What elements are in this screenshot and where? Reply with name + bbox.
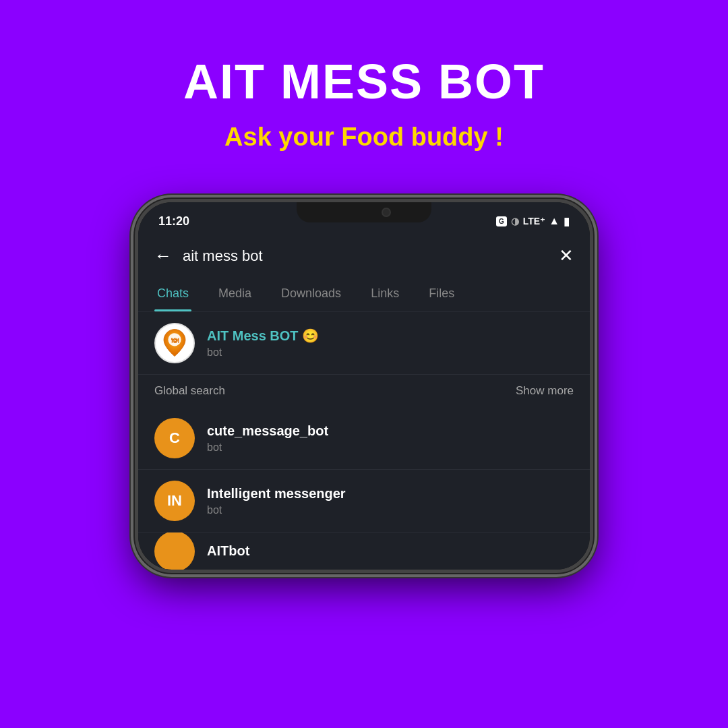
- avatar-initials: C: [169, 429, 180, 447]
- phone-camera: [382, 208, 391, 217]
- tab-files[interactable]: Files: [426, 276, 457, 311]
- section-header: Global search Show more: [138, 375, 590, 407]
- tabs-bar: Chats Media Downloads Links Files: [138, 276, 590, 312]
- phone-notch: [297, 202, 431, 222]
- avatar: [154, 533, 195, 570]
- side-button-mute: [129, 280, 133, 307]
- chat-info: AITbot: [207, 543, 574, 559]
- avatar-initials: IN: [167, 492, 182, 510]
- chat-name: Intelligent messenger: [207, 486, 574, 502]
- phone-frame: 11:20 G ◑ LTE⁺ ▲ ▮ ← ait mess bot ✕ Chat…: [135, 199, 593, 573]
- main-title: AIT MESS BOT: [183, 54, 545, 109]
- battery-icon: ▮: [564, 215, 570, 228]
- chat-sub: bot: [207, 346, 574, 359]
- chat-sub: bot: [207, 504, 574, 516]
- side-button-vol-up: [129, 317, 133, 364]
- chat-name: cute_message_bot: [207, 423, 574, 439]
- search-query[interactable]: ait mess bot: [183, 247, 548, 265]
- signal-icon: ▲: [549, 215, 559, 227]
- chat-name: AITbot: [207, 543, 574, 559]
- avatar: IN: [154, 481, 195, 521]
- ait-logo-icon: 🍽: [160, 328, 189, 358]
- global-search-label: Global search: [154, 384, 225, 398]
- tab-media[interactable]: Media: [216, 276, 254, 311]
- list-item[interactable]: AITbot: [138, 533, 590, 570]
- status-time: 11:20: [158, 214, 189, 229]
- tab-links[interactable]: Links: [368, 276, 402, 311]
- back-button[interactable]: ←: [154, 245, 172, 266]
- svg-text:🍽: 🍽: [171, 336, 179, 344]
- chat-info: AIT Mess BOT 😊 bot: [207, 328, 574, 359]
- chat-info: cute_message_bot bot: [207, 423, 574, 454]
- list-item[interactable]: C cute_message_bot bot: [138, 407, 590, 470]
- phone-wrapper: 11:20 G ◑ LTE⁺ ▲ ▮ ← ait mess bot ✕ Chat…: [135, 199, 593, 573]
- avatar: C: [154, 418, 195, 458]
- lte-indicator: LTE⁺: [523, 216, 545, 226]
- list-item[interactable]: 🍽 AIT Mess BOT 😊 bot: [138, 312, 590, 375]
- tab-downloads[interactable]: Downloads: [278, 276, 344, 311]
- subtitle: Ask your Food buddy !: [224, 123, 504, 152]
- google-icon: G: [496, 216, 507, 226]
- tab-chats[interactable]: Chats: [154, 276, 191, 311]
- search-bar: ← ait mess bot ✕: [138, 236, 590, 276]
- status-icons: G ◑ LTE⁺ ▲ ▮: [496, 215, 570, 228]
- chat-sub: bot: [207, 442, 574, 454]
- chat-info: Intelligent messenger bot: [207, 486, 574, 516]
- close-button[interactable]: ✕: [559, 245, 574, 266]
- status-divider: ◑: [511, 216, 519, 226]
- side-button-power: [595, 320, 599, 388]
- header-section: AIT MESS BOT Ask your Food buddy !: [183, 0, 545, 179]
- avatar: 🍽: [154, 323, 195, 363]
- list-item[interactable]: IN Intelligent messenger bot: [138, 470, 590, 533]
- side-button-vol-down: [129, 374, 133, 421]
- phone-screen: 11:20 G ◑ LTE⁺ ▲ ▮ ← ait mess bot ✕ Chat…: [138, 202, 590, 570]
- show-more-button[interactable]: Show more: [516, 384, 574, 398]
- chat-list: 🍽 AIT Mess BOT 😊 bot Global search Show …: [138, 312, 590, 570]
- chat-name: AIT Mess BOT 😊: [207, 328, 574, 344]
